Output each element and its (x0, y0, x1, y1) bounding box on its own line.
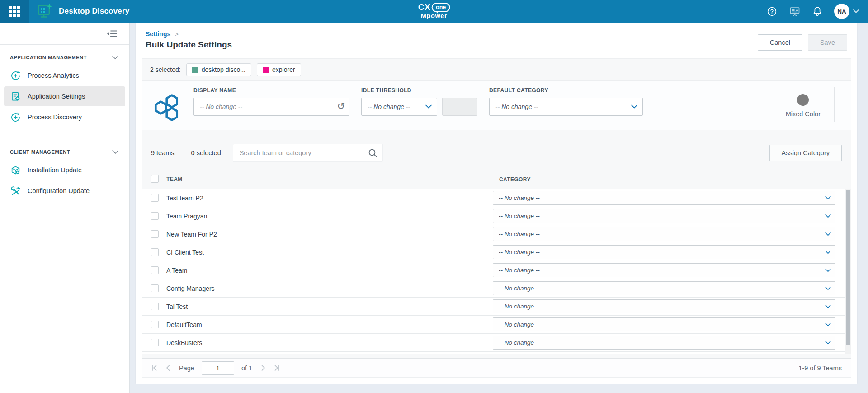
row-category-value: -- No change -- (499, 321, 540, 328)
row-checkbox[interactable] (151, 321, 159, 328)
page-number-input[interactable] (202, 361, 234, 375)
chevron-down-icon (112, 150, 118, 154)
team-column-header: TEAM (166, 176, 183, 182)
help-icon[interactable] (767, 6, 777, 17)
chevron-down-icon (825, 269, 831, 272)
breadcrumb-settings-link[interactable]: Settings (146, 30, 170, 38)
idle-threshold-select[interactable]: -- No change -- (361, 98, 437, 116)
select-all-checkbox[interactable] (151, 175, 159, 183)
row-category-select[interactable]: -- No change -- (493, 317, 835, 331)
idle-threshold-label: IDLE THRESHOLD (361, 87, 477, 94)
row-category-select[interactable]: -- No change -- (493, 299, 835, 313)
row-category-select[interactable]: -- No change -- (493, 227, 835, 241)
row-category-select[interactable]: -- No change -- (493, 191, 835, 205)
row-checkbox[interactable] (151, 194, 159, 202)
sidebar-item-label: Configuration Update (28, 187, 90, 194)
top-header: Desktop Discovery CX one Mpower (0, 0, 868, 23)
cxone-mpower-logo: CX one Mpower (418, 3, 450, 19)
mixed-color-circle[interactable] (797, 94, 809, 106)
row-category-select[interactable]: -- No change -- (493, 281, 835, 295)
scrollbar-thumb[interactable] (846, 190, 850, 345)
row-checkbox[interactable] (151, 339, 159, 346)
section-header-application-management[interactable]: APPLICATION MANAGEMENT (0, 55, 129, 60)
sidebar-item-process-discovery[interactable]: Process Discovery (4, 107, 125, 127)
default-category-select[interactable]: -- No change -- (489, 98, 643, 116)
pagination-bar: Page of 1 1-9 of 9 Teams (142, 358, 851, 377)
avatar[interactable]: NA (834, 4, 849, 19)
hexagon-apps-icon (153, 94, 183, 122)
team-name: A Team (166, 267, 187, 274)
row-category-value: -- No change -- (499, 303, 540, 310)
row-checkbox[interactable] (151, 284, 159, 292)
sidebar-item-configuration-update[interactable]: Configuration Update (4, 181, 125, 201)
application-chip[interactable]: desktop disco... (186, 63, 251, 76)
display-name-label: DISPLAY NAME (193, 87, 349, 94)
sidebar-section-application-management: APPLICATION MANAGEMENT Process Analytics (0, 45, 129, 139)
row-checkbox[interactable] (151, 303, 159, 310)
notifications-bell-icon[interactable] (812, 6, 822, 17)
row-category-value: -- No change -- (499, 213, 540, 219)
toolbar-divider (183, 148, 183, 158)
teams-toolbar: 9 teams 0 selected Assign Category (142, 144, 851, 169)
mixed-color-control[interactable]: Mixed Color (772, 87, 835, 122)
table-row[interactable]: Config Managers -- No change -- (142, 279, 851, 298)
assign-category-button[interactable]: Assign Category (769, 145, 842, 161)
display-name-input[interactable] (193, 98, 349, 116)
table-row[interactable]: A Team -- No change -- (142, 261, 851, 279)
table-row[interactable]: New Team For P2 -- No change -- (142, 225, 851, 243)
row-checkbox[interactable] (151, 248, 159, 256)
category-column-header: CATEGORY (499, 176, 531, 183)
sidebar-item-application-settings[interactable]: Application Settings (4, 86, 125, 106)
collapse-sidebar-icon[interactable] (107, 30, 118, 38)
chevron-down-icon (825, 323, 831, 327)
table-row[interactable]: Tal Test -- No change -- (142, 298, 851, 316)
selected-count-label: 2 selected: (150, 66, 181, 73)
row-checkbox[interactable] (151, 212, 159, 220)
presentation-icon[interactable] (789, 6, 801, 17)
app-launcher-button[interactable] (0, 0, 29, 23)
row-category-select[interactable]: -- No change -- (493, 209, 835, 223)
first-page-icon[interactable] (151, 365, 158, 371)
app-grid-icon (9, 6, 20, 17)
table-row[interactable]: Team Pragyan -- No change -- (142, 207, 851, 225)
chevron-down-icon (825, 232, 831, 236)
chevron-down-icon (825, 287, 831, 290)
installation-update-icon (10, 165, 21, 175)
idle-threshold-value-input (442, 98, 477, 116)
teams-selected-label: 0 selected (191, 149, 221, 156)
table-row[interactable]: DeskBusters -- No change -- (142, 334, 851, 352)
row-category-select[interactable]: -- No change -- (493, 245, 835, 259)
search-icon[interactable] (368, 148, 377, 158)
search-input[interactable] (233, 144, 383, 162)
row-checkbox[interactable] (151, 230, 159, 238)
chip-label: explorer (272, 66, 295, 73)
row-category-select[interactable]: -- No change -- (493, 336, 835, 350)
next-page-icon[interactable] (259, 365, 266, 371)
row-checkbox[interactable] (151, 266, 159, 274)
table-row[interactable]: Test team P2 -- No change -- (142, 189, 851, 207)
chevron-down-icon (825, 214, 831, 218)
chevron-down-icon (825, 341, 831, 345)
mixed-color-label: Mixed Color (786, 110, 821, 118)
last-page-icon[interactable] (274, 365, 280, 371)
chevron-down-icon (112, 56, 118, 60)
user-menu[interactable]: NA (834, 4, 859, 19)
previous-page-icon[interactable] (165, 365, 172, 371)
brand: Desktop Discovery (36, 3, 129, 19)
table-row[interactable]: CI Client Test -- No change -- (142, 243, 851, 261)
bulk-edit-form: DISPLAY NAME ↺ IDLE THRESHOLD -- No chan… (142, 80, 851, 130)
row-category-select[interactable]: -- No change -- (493, 263, 835, 277)
sidebar-item-process-analytics[interactable]: Process Analytics (4, 66, 125, 85)
application-chip[interactable]: explorer (257, 63, 301, 76)
table-scrollbar[interactable] (845, 189, 851, 354)
process-analytics-icon (10, 71, 21, 81)
table-row[interactable]: DefaultTeam -- No change -- (142, 316, 851, 334)
sidebar: APPLICATION MANAGEMENT Process Analytics (0, 23, 130, 393)
cancel-button[interactable]: Cancel (758, 34, 802, 51)
save-button[interactable]: Save (808, 34, 847, 51)
sidebar-item-installation-update[interactable]: Installation Update (4, 160, 125, 180)
section-header-client-management[interactable]: CLIENT MANAGEMENT (0, 149, 129, 155)
main-content: Settings > Bulk Update Settings Cancel S… (130, 23, 868, 393)
teams-count-label: 9 teams (151, 149, 175, 156)
reset-icon[interactable]: ↺ (337, 101, 345, 112)
